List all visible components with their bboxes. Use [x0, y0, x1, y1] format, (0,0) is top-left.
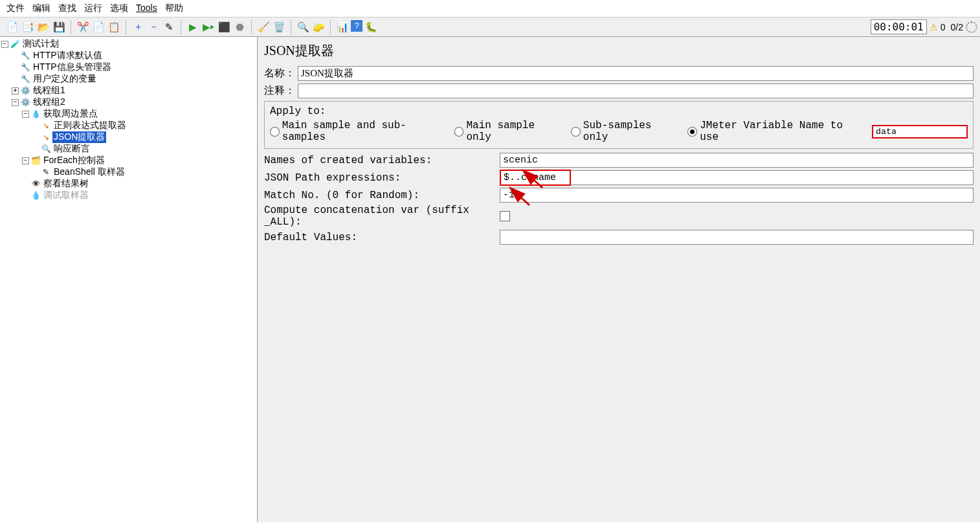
collapse-icon[interactable]: － — [146, 20, 161, 34]
concat-checkbox[interactable] — [500, 211, 510, 221]
sampler-icon: 💧 — [30, 190, 41, 201]
test-plan-tree[interactable]: − 🧪 测试计划 🔧HTTP请求默认值 🔧HTTP信息头管理器 🔧用户定义的变量… — [0, 37, 258, 522]
controller-icon: 🗂️ — [30, 155, 41, 166]
name-input[interactable] — [298, 66, 974, 81]
bug-icon[interactable]: 🐛 — [364, 20, 378, 34]
names-input[interactable] — [500, 153, 974, 168]
templates-icon[interactable]: 📑 — [21, 20, 35, 34]
toggle-icon[interactable]: ✎ — [162, 20, 176, 34]
listener-icon: 👁️ — [30, 179, 41, 189]
spinner-icon — [966, 21, 977, 33]
save-icon[interactable]: 💾 — [52, 20, 66, 34]
apply-to-group: Apply to: Main sample and sub-samples Ma… — [264, 101, 974, 149]
tree-view-results[interactable]: 👁️察看结果树 — [22, 178, 256, 190]
menu-edit[interactable]: 编辑 — [28, 1, 54, 16]
postprocessor-icon: ↘ — [41, 132, 51, 142]
copy-icon[interactable]: 📄 — [91, 20, 106, 34]
path-input-highlight[interactable] — [500, 170, 571, 186]
config-icon: 🔧 — [20, 50, 30, 61]
cut-icon[interactable]: ✂️ — [76, 20, 90, 34]
editor-panel: JSON提取器 名称： 注释： Apply to: Main sample an… — [258, 37, 980, 522]
radio-main-only[interactable]: Main sample only — [454, 120, 564, 143]
tree-beanshell[interactable]: ✎BeanShell 取样器 — [32, 166, 256, 178]
menu-bar: 文件 编辑 查找 运行 选项 Tools 帮助 — [0, 0, 980, 17]
sampler-icon: 💧 — [30, 109, 41, 119]
toggle-icon[interactable]: − — [1, 41, 8, 48]
menu-file[interactable]: 文件 — [3, 1, 28, 16]
config-icon: 🔧 — [20, 62, 30, 72]
tree-header-manager[interactable]: 🔧HTTP信息头管理器 — [12, 61, 256, 73]
start-no-timers-icon[interactable]: ▶▶ — [201, 20, 216, 34]
sampler-icon: ✎ — [41, 167, 51, 177]
match-input[interactable] — [500, 188, 974, 203]
open-icon[interactable]: 📂 — [36, 20, 50, 34]
assertion-icon: 🔍 — [41, 144, 51, 154]
tree-root[interactable]: − 🧪 测试计划 — [1, 38, 256, 50]
names-label: Names of created variables: — [264, 155, 500, 166]
timer-display: 00:00:01 — [871, 19, 927, 34]
menu-search[interactable]: 查找 — [54, 1, 80, 16]
new-icon[interactable]: 📄 — [5, 20, 19, 34]
name-label: 名称： — [264, 67, 295, 80]
default-input[interactable] — [500, 230, 974, 245]
tree-assertion[interactable]: 🔍响应断言 — [32, 143, 256, 155]
tree-threadgroup2[interactable]: −⚙️线程组2 — [12, 96, 256, 108]
expand-icon[interactable]: ＋ — [131, 20, 145, 34]
menu-run[interactable]: 运行 — [80, 1, 106, 16]
postprocessor-icon: ↘ — [41, 120, 51, 131]
tree-debug-sampler[interactable]: 💧调试取样器 — [22, 190, 256, 201]
menu-help[interactable]: 帮助 — [161, 1, 187, 16]
tree-threadgroup1[interactable]: +⚙️线程组1 — [12, 85, 256, 96]
default-label: Default Values: — [264, 232, 500, 243]
panel-title: JSON提取器 — [264, 42, 974, 60]
reset-search-icon[interactable]: 🧽 — [311, 20, 326, 34]
apply-to-label: Apply to: — [270, 106, 968, 117]
match-label: Match No. (0 for Random): — [264, 190, 500, 201]
thread-count: 0/2 — [951, 22, 963, 32]
radio-sub-only[interactable]: Sub-samples only — [571, 120, 681, 143]
paste-icon[interactable]: 📋 — [107, 20, 121, 34]
threadgroup-icon: ⚙️ — [20, 85, 30, 96]
testplan-icon: 🧪 — [10, 39, 20, 49]
path-input-rest[interactable] — [571, 170, 974, 185]
shutdown-icon[interactable]: ⬣ — [232, 20, 247, 34]
toggle-icon[interactable]: + — [12, 87, 19, 95]
toggle-icon[interactable]: − — [12, 99, 19, 106]
tree-foreach[interactable]: −🗂️ForEach控制器 — [22, 155, 256, 166]
clear-all-icon[interactable]: 🗑️ — [272, 20, 286, 34]
tree-json-extractor[interactable]: ↘JSON提取器 — [32, 131, 256, 143]
jmeter-var-input[interactable] — [872, 125, 968, 139]
radio-main-sub[interactable]: Main sample and sub-samples — [270, 120, 448, 143]
menu-options[interactable]: 选项 — [106, 1, 132, 16]
path-label: JSON Path expressions: — [264, 172, 500, 184]
help-icon[interactable]: ? — [351, 20, 362, 32]
warn-count: 0 — [941, 22, 946, 32]
radio-jmeter-var[interactable]: JMeter Variable Name to use — [687, 120, 865, 143]
tree-http-defaults[interactable]: 🔧HTTP请求默认值 — [12, 50, 256, 61]
clear-icon[interactable]: 🧹 — [256, 20, 271, 34]
tree-user-vars[interactable]: 🔧用户定义的变量 — [12, 73, 256, 85]
toggle-icon[interactable]: − — [22, 111, 29, 118]
comment-input[interactable] — [298, 83, 974, 98]
threadgroup-icon: ⚙️ — [20, 97, 30, 107]
tree-label: 测试计划 — [21, 38, 60, 50]
stop-icon[interactable]: ⬛ — [217, 20, 231, 34]
search-icon[interactable]: 🔍 — [296, 20, 310, 34]
tree-sampler[interactable]: −💧获取周边景点 — [22, 108, 256, 120]
comment-label: 注释： — [264, 84, 295, 98]
warning-icon[interactable]: ⚠ — [930, 22, 938, 32]
toggle-icon[interactable]: − — [22, 157, 29, 164]
toolbar: 📄 📑 📂 💾 ✂️ 📄 📋 ＋ － ✎ ▶ ▶▶ ⬛ ⬣ 🧹 🗑️ 🔍 🧽 📊… — [0, 17, 980, 37]
menu-tools[interactable]: Tools — [132, 1, 161, 16]
concat-label: Compute concatenation var (suffix _ALL): — [264, 205, 500, 228]
tree-regex-extractor[interactable]: ↘正则表达式提取器 — [32, 120, 256, 131]
config-icon: 🔧 — [20, 74, 30, 84]
function-helper-icon[interactable]: 📊 — [335, 20, 350, 34]
start-icon[interactable]: ▶ — [186, 20, 200, 34]
